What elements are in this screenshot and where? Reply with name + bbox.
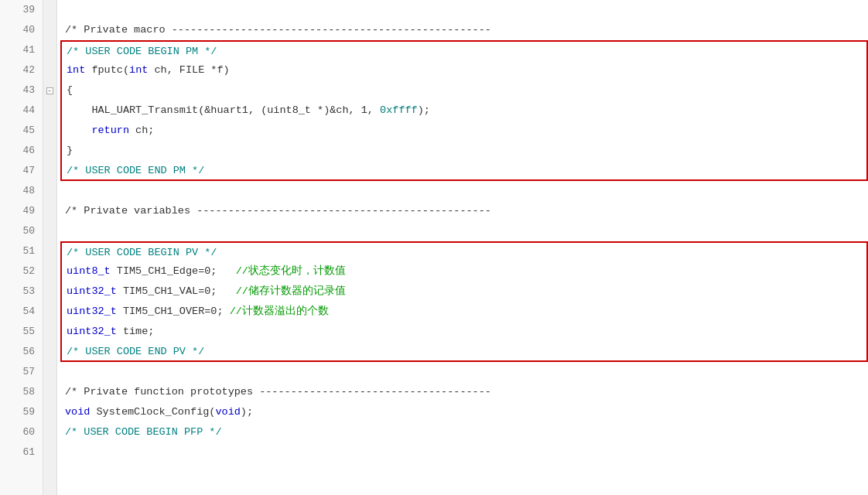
line-number: 60 xyxy=(0,422,43,442)
code-editor: 3940414243444546474849505152535455565758… xyxy=(0,0,868,495)
code-line xyxy=(60,0,868,20)
code-line: /* Private function prototypes ---------… xyxy=(60,382,868,402)
line-number: 45 xyxy=(0,121,43,141)
gutter-cell xyxy=(43,261,56,282)
code-line xyxy=(60,181,868,201)
line-number: 58 xyxy=(0,382,43,402)
line-number: 54 xyxy=(0,302,43,322)
gutter-cell xyxy=(43,442,56,463)
code-line: int fputc(int ch, FILE *f) xyxy=(60,60,868,80)
line-number: 40 xyxy=(0,20,43,40)
code-line: /* Private macro -----------------------… xyxy=(60,20,868,40)
code-line: } xyxy=(60,141,868,161)
code-line: HAL_UART_Transmit(&huart1, (uint8_t *)&c… xyxy=(60,101,868,121)
line-number: 57 xyxy=(0,362,43,382)
gutter-cell xyxy=(43,342,56,362)
gutter-cell xyxy=(43,60,56,80)
code-line: /* USER CODE BEGIN PM */ xyxy=(60,40,868,60)
line-number: 56 xyxy=(0,342,43,362)
code-line: uint8_t TIM5_CH1_Edge=0; //状态变化时，计数值 xyxy=(60,261,868,282)
code-line: uint32_t TIM5_CH1_VAL=0; //储存计数器的记录值 xyxy=(60,282,868,302)
gutter-cell xyxy=(43,161,56,181)
line-number: 50 xyxy=(0,221,43,241)
line-number: 53 xyxy=(0,282,43,302)
code-line: uint32_t time; xyxy=(60,322,868,342)
code-line xyxy=(60,362,868,382)
line-number: 52 xyxy=(0,261,43,282)
code-line: /* USER CODE BEGIN PFP */ xyxy=(60,422,868,442)
gutter-cell xyxy=(43,121,56,141)
line-number: 55 xyxy=(0,322,43,342)
gutter-cell xyxy=(43,402,56,422)
gutter-cell xyxy=(43,322,56,342)
line-number: 43 xyxy=(0,80,43,101)
gutter-cell xyxy=(43,40,56,60)
gutter-cell xyxy=(43,221,56,241)
code-line: return ch; xyxy=(60,121,868,141)
code-line: { xyxy=(60,80,868,101)
gutter-cell xyxy=(43,201,56,221)
code-line: /* USER CODE END PM */ xyxy=(60,161,868,181)
code-line: /* Private variables -------------------… xyxy=(60,201,868,221)
gutter-cell xyxy=(43,282,56,302)
gutter-cell xyxy=(43,101,56,121)
code-line xyxy=(60,442,868,463)
line-number: 47 xyxy=(0,161,43,181)
line-number: 49 xyxy=(0,201,43,221)
line-number: 42 xyxy=(0,60,43,80)
gutter-cell xyxy=(43,382,56,402)
gutter-cell xyxy=(43,141,56,161)
gutter-cell xyxy=(43,0,56,20)
gutter-cell xyxy=(43,241,56,261)
gutter-cell xyxy=(43,20,56,40)
code-line: void SystemClock_Config(void); xyxy=(60,402,868,422)
code-line xyxy=(60,221,868,241)
gutter-cell: − xyxy=(43,80,56,101)
line-number: 51 xyxy=(0,241,43,261)
gutter-cell xyxy=(43,362,56,382)
gutter-cell xyxy=(43,422,56,442)
code-line: /* USER CODE END PV */ xyxy=(60,342,868,362)
line-number: 41 xyxy=(0,40,43,60)
line-number: 48 xyxy=(0,181,43,201)
line-number: 44 xyxy=(0,101,43,121)
gutter-cell xyxy=(43,302,56,322)
line-number: 46 xyxy=(0,141,43,161)
gutter-cell xyxy=(43,181,56,201)
line-number: 39 xyxy=(0,0,43,20)
line-number: 61 xyxy=(0,442,43,463)
fold-indicator[interactable]: − xyxy=(46,87,53,94)
line-number: 59 xyxy=(0,402,43,422)
code-line: uint32_t TIM5_CH1_OVER=0; //计数器溢出的个数 xyxy=(60,302,868,322)
code-line: /* USER CODE BEGIN PV */ xyxy=(60,241,868,261)
